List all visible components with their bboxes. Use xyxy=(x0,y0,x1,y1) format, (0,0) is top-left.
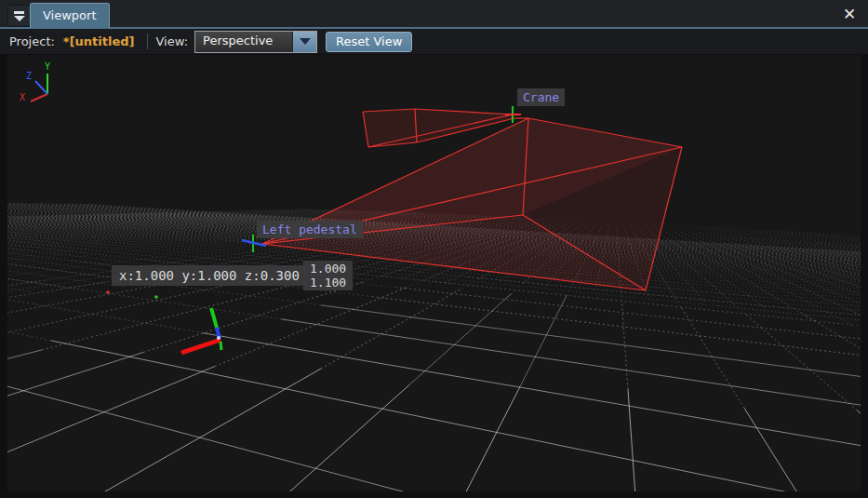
crane-annotation: Crane xyxy=(517,88,565,106)
project-label: Project: xyxy=(9,34,55,48)
view-select-value: Perspective xyxy=(195,32,292,52)
svg-text:X: X xyxy=(20,92,25,102)
close-icon[interactable]: ✕ xyxy=(839,4,860,24)
svg-text:Z: Z xyxy=(26,71,32,81)
cursor-coordinates-readout: x:1.000 y:1.000 z:0.300 xyxy=(112,265,307,286)
measurement-readout: 1.000 1.100 xyxy=(303,261,353,290)
collapse-tabs-icon xyxy=(14,11,24,14)
svg-text:Y: Y xyxy=(45,61,50,72)
collapse-tabs-button[interactable] xyxy=(7,5,31,27)
chevron-down-icon[interactable] xyxy=(292,32,316,52)
viewport-3d[interactable]: XYZ Crane Left pedestal x:1.000 y:1.000 … xyxy=(7,55,861,491)
project-value: *[untitled] xyxy=(63,34,135,48)
measurement-top: 1.000 xyxy=(310,262,346,276)
view-select[interactable]: Perspective xyxy=(194,31,317,53)
left-pedestal-annotation: Left pedestal xyxy=(257,221,363,238)
measurement-bottom: 1.100 xyxy=(310,276,346,289)
view-label: View: xyxy=(156,34,189,48)
reset-view-button[interactable]: Reset View xyxy=(326,32,412,52)
title-bar: Viewport ✕ xyxy=(0,0,868,29)
tab-viewport[interactable]: Viewport xyxy=(30,3,110,28)
toolbar: Project: *[untitled] View: Perspective R… xyxy=(0,29,868,54)
toolbar-separator xyxy=(147,34,148,49)
